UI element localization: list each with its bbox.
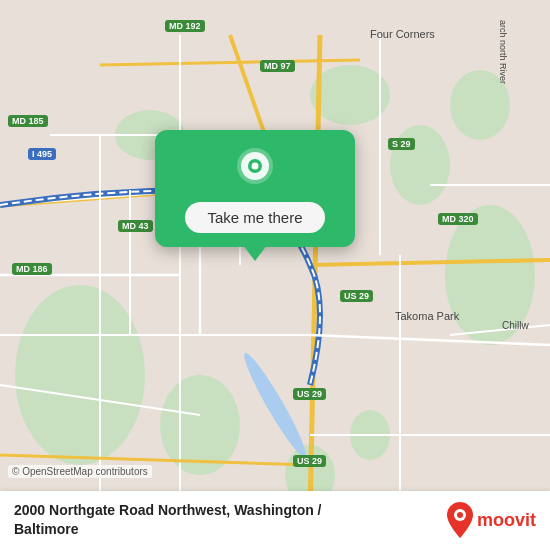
take-me-there-button[interactable]: Take me there [185,202,324,233]
badge-us29-bot: US 29 [293,455,326,467]
moovit-pin-icon [447,502,473,538]
svg-point-3 [390,125,450,205]
moovit-logo: moovit [447,502,536,538]
address-line2: Baltimore [14,520,322,540]
badge-md43: MD 43 [118,220,153,232]
svg-point-5 [450,70,510,140]
svg-point-41 [457,512,463,518]
svg-point-1 [15,285,145,465]
badge-s29-top: S 29 [388,138,415,150]
badge-md185: MD 185 [8,115,48,127]
badge-us29-mid: US 29 [340,290,373,302]
badge-i495: I 495 [28,148,56,160]
svg-point-4 [445,205,535,345]
badge-md192: MD 192 [165,20,205,32]
badge-md97: MD 97 [260,60,295,72]
copyright-text: © OpenStreetMap contributors [8,465,152,478]
address-section: 2000 Northgate Road Northwest, Washingto… [14,501,322,540]
badge-md186: MD 186 [12,263,52,275]
address-line1: 2000 Northgate Road Northwest, Washingto… [14,501,322,521]
map-container: Four Corners Takoma Park Chillw ing MD 1… [0,0,550,550]
svg-point-39 [252,163,259,170]
location-icon [233,148,277,192]
badge-us29-low: US 29 [293,388,326,400]
popup-card: Take me there [155,130,355,247]
moovit-text: moovit [477,510,536,531]
svg-point-9 [310,65,390,125]
bottom-bar: 2000 Northgate Road Northwest, Washingto… [0,491,550,550]
badge-md320: MD 320 [438,213,478,225]
